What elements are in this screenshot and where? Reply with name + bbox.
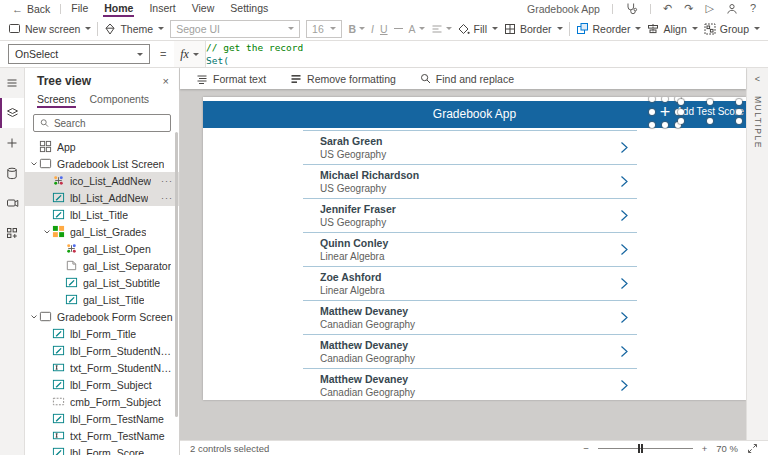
- selection-handle[interactable]: [678, 99, 684, 105]
- zoom-slider[interactable]: [598, 448, 693, 449]
- selection-handle[interactable]: [662, 122, 668, 128]
- item-ellipsis-menu-button[interactable]: ···: [161, 193, 173, 203]
- tab-components[interactable]: Components: [90, 93, 150, 109]
- tree-item-lbl_form_testname[interactable]: lbl_Form_TestName: [25, 410, 179, 427]
- find-and-replace-button[interactable]: Find and replace: [420, 73, 514, 85]
- redo-icon[interactable]: ↷: [684, 0, 693, 17]
- fx-button[interactable]: fx: [174, 41, 206, 67]
- rail-advanced-tools-button[interactable]: [0, 218, 24, 248]
- menu-item-settings[interactable]: Settings: [230, 0, 268, 17]
- rail-tree-view-button[interactable]: [0, 98, 24, 128]
- tree-scrollbar[interactable]: [175, 132, 178, 417]
- share-user-icon[interactable]: [726, 3, 738, 15]
- tree-item-lbl_form_score[interactable]: lbl_Form_Score: [25, 444, 179, 455]
- item-chevron-right-icon[interactable]: [620, 277, 629, 290]
- menu-item-home[interactable]: Home: [104, 0, 133, 17]
- tree-item-lbl_form_subject[interactable]: lbl_Form_Subject: [25, 376, 179, 393]
- menu-item-view[interactable]: View: [192, 0, 215, 17]
- font-name-select[interactable]: Segoe UI: [170, 20, 300, 38]
- selection-handle[interactable]: [736, 109, 742, 115]
- app-canvas[interactable]: Gradebook App + Add Test Score Sarah Gre…: [203, 97, 746, 400]
- gallery-item[interactable]: Matthew DevaneyCanadian Geography: [303, 335, 637, 369]
- tree-item-lbl_form_studentname[interactable]: lbl_Form_StudentName: [25, 342, 179, 359]
- selection-handle[interactable]: [707, 118, 713, 124]
- tree-item-txt_form_studentname[interactable]: txt_Form_StudentName: [25, 359, 179, 376]
- tree-item-cmb_form_subject[interactable]: cmb_Form_Subject: [25, 393, 179, 410]
- chevron-left-icon[interactable]: <: [755, 74, 760, 84]
- formula-code[interactable]: // get the recordSet(: [206, 42, 303, 67]
- rail-media-button[interactable]: [0, 188, 24, 218]
- font-size-select[interactable]: 16: [306, 20, 342, 38]
- gallery-item[interactable]: Jennifer FraserUS Geography: [303, 199, 637, 233]
- gallery-item[interactable]: Quinn ConleyLinear Algebra: [303, 233, 637, 267]
- gallery-item[interactable]: Zoe AshfordLinear Algebra: [303, 267, 637, 301]
- chevron-down-icon[interactable]: [29, 313, 39, 321]
- border-button[interactable]: Border: [504, 23, 563, 35]
- text-align-button[interactable]: [431, 23, 452, 35]
- group-button[interactable]: Group: [704, 23, 760, 35]
- strikethrough-button[interactable]: [394, 28, 403, 29]
- tree-item-lbl_list_title[interactable]: lbl_List_Title: [25, 206, 179, 223]
- tree-item-ico_list_addnew[interactable]: ico_List_AddNew···: [25, 172, 179, 189]
- search-input[interactable]: [54, 118, 164, 129]
- hamburger-menu-button[interactable]: [0, 68, 24, 98]
- fill-button[interactable]: Fill: [458, 23, 498, 35]
- tree-item-gal_list_title[interactable]: gal_List_Title: [25, 291, 179, 308]
- menu-item-insert[interactable]: Insert: [149, 0, 175, 17]
- menu-item-file[interactable]: File: [71, 0, 88, 17]
- gallery-item[interactable]: Matthew DevaneyCanadian Geography: [303, 369, 637, 400]
- tree-item-gradebook form screen[interactable]: Gradebook Form Screen: [25, 308, 179, 325]
- item-ellipsis-menu-button[interactable]: ···: [161, 176, 173, 186]
- fit-to-window-icon[interactable]: [747, 443, 758, 454]
- remove-formatting-button[interactable]: Remove formatting: [290, 73, 396, 85]
- selection-handle[interactable]: [707, 99, 713, 105]
- selection-handle[interactable]: [649, 109, 655, 115]
- tree-item-gal_list_subtitle[interactable]: gal_List_Subtitle: [25, 274, 179, 291]
- bold-button[interactable]: B: [348, 23, 365, 35]
- font-color-button[interactable]: A: [409, 23, 425, 35]
- zoom-out-icon[interactable]: −: [583, 443, 589, 454]
- tree-item-lbl_list_addnew[interactable]: lbl_List_AddNew···: [25, 189, 179, 206]
- property-selector[interactable]: OnSelect: [8, 44, 150, 64]
- play-icon[interactable]: ▷: [705, 0, 713, 17]
- tree-item-lbl_form_title[interactable]: lbl_Form_Title: [25, 325, 179, 342]
- gallery-item[interactable]: Matthew DevaneyCanadian Geography: [303, 301, 637, 335]
- zoom-in-icon[interactable]: +: [702, 443, 708, 454]
- new-screen-button[interactable]: New screen: [8, 22, 91, 35]
- item-chevron-right-icon[interactable]: [620, 175, 629, 188]
- tree-item-app[interactable]: App: [25, 138, 179, 155]
- undo-icon[interactable]: ↶: [663, 0, 672, 17]
- rail-data-button[interactable]: [0, 158, 24, 188]
- align-button[interactable]: Align: [647, 23, 697, 35]
- format-text-button[interactable]: Format text: [196, 73, 266, 85]
- add-icon-control[interactable]: +: [652, 99, 678, 125]
- tree-item-gradebook list screen[interactable]: Gradebook List Screen: [25, 155, 179, 172]
- italic-button[interactable]: I: [371, 23, 374, 35]
- selection-handle[interactable]: [649, 122, 655, 128]
- selection-handle[interactable]: [736, 99, 742, 105]
- gallery-item[interactable]: Sarah GreenUS Geography: [303, 131, 637, 165]
- selection-handle[interactable]: [678, 109, 684, 115]
- tree-item-gal_list_separator[interactable]: gal_List_Separator: [25, 257, 179, 274]
- theme-button[interactable]: Theme: [104, 23, 164, 35]
- tab-screens[interactable]: Screens: [37, 93, 76, 109]
- chevron-down-icon[interactable]: [42, 228, 52, 236]
- properties-panel-collapsed[interactable]: < MULTIPLE: [746, 68, 768, 440]
- tree-item-gal_list_open[interactable]: gal_List_Open: [25, 240, 179, 257]
- back-button[interactable]: ← Back: [12, 3, 50, 15]
- tree-item-txt_form_testname[interactable]: txt_Form_TestName: [25, 427, 179, 444]
- selection-handle[interactable]: [678, 118, 684, 124]
- reorder-button[interactable]: Reorder: [576, 22, 642, 35]
- gallery-item[interactable]: Michael RichardsonUS Geography: [303, 165, 637, 199]
- selection-handle[interactable]: [649, 97, 655, 102]
- zoom-percent[interactable]: 70 %: [716, 443, 738, 454]
- close-icon[interactable]: ×: [163, 75, 169, 87]
- item-chevron-right-icon[interactable]: [620, 379, 629, 392]
- zoom-slider-handle[interactable]: [638, 444, 643, 453]
- item-chevron-right-icon[interactable]: [620, 243, 629, 256]
- item-chevron-right-icon[interactable]: [620, 345, 629, 358]
- help-icon[interactable]: ?: [750, 0, 756, 17]
- item-chevron-right-icon[interactable]: [620, 141, 629, 154]
- app-checker-icon[interactable]: [625, 2, 638, 15]
- tree-search[interactable]: [33, 114, 171, 132]
